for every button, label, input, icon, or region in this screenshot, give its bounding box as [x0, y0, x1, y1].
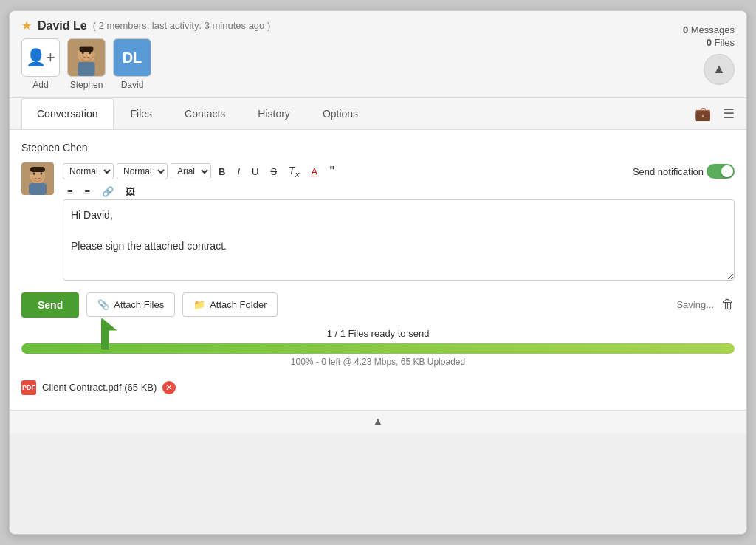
message-input[interactable]: Hi David, Please sign the attached contr…: [63, 199, 735, 281]
chevron-up-icon-bottom[interactable]: ▲: [372, 415, 384, 428]
add-person-icon: 👤+: [26, 49, 55, 66]
progress-section: 1 / 1 Files ready to send 100% - 0 left …: [21, 328, 735, 367]
toolbar-row2: ≡ ≡ 🔗 🖼: [63, 184, 735, 199]
svg-rect-3: [78, 62, 94, 76]
briefcase-icon[interactable]: 💼: [695, 106, 711, 122]
stephen-avatar: [67, 38, 106, 77]
ordered-list-button[interactable]: ≡: [63, 184, 78, 199]
file-name: Client Contract.pdf (65 KB): [42, 382, 157, 393]
header-right: 0 Messages 0 Files ▲: [683, 24, 735, 85]
link-button[interactable]: 🔗: [97, 184, 118, 199]
star-icon[interactable]: ★: [21, 18, 32, 32]
member-david[interactable]: DL David: [113, 38, 151, 90]
remove-file-button[interactable]: ✕: [162, 381, 176, 394]
send-notification-label: Send notification: [633, 166, 704, 177]
saving-text: Saving...: [676, 299, 714, 310]
chevron-up-icon: ▲: [712, 61, 726, 77]
files-ready-label: 1 / 1 Files ready to send: [21, 328, 735, 339]
tab-history[interactable]: History: [242, 98, 306, 129]
toggle-knob: [721, 165, 733, 177]
font-color-button[interactable]: A: [306, 164, 322, 179]
david-avatar: DL: [113, 38, 151, 77]
stephen-label: Stephen: [70, 80, 103, 90]
header-left: ★ David Le ( 2 members, last activity: 3…: [21, 18, 270, 90]
compose-row: Normal Normal Arial B I U S Tx A ": [21, 162, 735, 284]
bottom-bar: ▲: [10, 410, 746, 433]
quote-button[interactable]: ": [325, 162, 340, 180]
folder-icon: 📁: [193, 299, 205, 310]
tabs-list: Conversation Files Contacts History Opti…: [21, 98, 375, 129]
progress-detail: 100% - 0 left @ 4.23 Mbps, 65 KB Uploade…: [21, 357, 735, 367]
tab-files[interactable]: Files: [115, 98, 168, 129]
compose-editor: Normal Normal Arial B I U S Tx A ": [63, 162, 735, 284]
header-meta: ( 2 members, last activity: 3 minutes ag…: [93, 20, 271, 31]
compose-avatar: [21, 162, 54, 195]
svg-point-13: [33, 172, 35, 175]
svg-point-14: [41, 172, 43, 175]
progress-bar-fill: [21, 343, 735, 354]
bold-button[interactable]: B: [214, 164, 230, 179]
title-row: ★ David Le ( 2 members, last activity: 3…: [21, 18, 270, 32]
progress-bar-background: [21, 343, 735, 354]
tab-options[interactable]: Options: [307, 98, 374, 129]
svg-rect-15: [30, 167, 45, 172]
counts-panel: 0 Messages 0 Files: [683, 24, 735, 48]
attach-files-label: Attach Files: [114, 299, 164, 310]
format-select-2[interactable]: Normal: [117, 163, 168, 179]
member-add[interactable]: 👤+ Add: [21, 38, 60, 90]
svg-rect-11: [29, 183, 47, 195]
font-select[interactable]: Arial: [171, 163, 211, 179]
messages-count: 0: [683, 24, 688, 35]
files-count-row: 0 Files: [707, 37, 735, 48]
underline-button[interactable]: U: [247, 164, 263, 179]
strikethrough-button[interactable]: S: [266, 164, 281, 179]
collapse-button[interactable]: ▲: [704, 54, 735, 85]
send-button[interactable]: Send: [21, 292, 79, 318]
paperclip-icon: 📎: [97, 299, 109, 310]
header-panel: ★ David Le ( 2 members, last activity: 3…: [10, 11, 746, 98]
attach-folder-label: Attach Folder: [210, 299, 267, 310]
attach-folder-button[interactable]: 📁 Attach Folder: [182, 292, 278, 317]
messages-count-row: 0 Messages: [683, 24, 735, 35]
david-label: David: [121, 80, 144, 90]
attach-files-button[interactable]: 📎 Attach Files: [86, 292, 175, 317]
tabs-bar: Conversation Files Contacts History Opti…: [10, 98, 746, 130]
unordered-list-button[interactable]: ≡: [80, 184, 95, 199]
member-stephen[interactable]: Stephen: [67, 38, 106, 90]
trash-icon[interactable]: 🗑: [721, 297, 735, 312]
clear-format-button[interactable]: Tx: [284, 162, 303, 181]
members-row: 👤+ Add: [21, 38, 270, 90]
pdf-icon: PDF: [21, 380, 36, 395]
send-notification-toggle[interactable]: [707, 164, 735, 179]
tab-conversation[interactable]: Conversation: [21, 98, 114, 129]
file-row: PDF Client Contract.pdf (65 KB) ✕: [21, 377, 735, 398]
tabs-right: 💼 ☰: [695, 106, 735, 122]
send-row: Send 📎 Attach Files 📁 Attach Folder Savi…: [21, 292, 735, 318]
david-initials: DL: [123, 49, 142, 66]
image-button[interactable]: 🖼: [121, 184, 140, 199]
add-member-label: Add: [32, 80, 48, 90]
menu-icon[interactable]: ☰: [723, 106, 735, 122]
format-select-1[interactable]: Normal: [63, 163, 114, 179]
italic-button[interactable]: I: [233, 164, 244, 179]
toolbar-row1: Normal Normal Arial B I U S Tx A ": [63, 162, 735, 181]
sender-name: Stephen Chen: [21, 142, 735, 154]
svg-rect-7: [79, 47, 93, 52]
files-count: 0: [707, 37, 712, 48]
tab-contacts[interactable]: Contacts: [169, 98, 241, 129]
page-title: David Le: [38, 19, 87, 32]
add-member-avatar[interactable]: 👤+: [21, 38, 60, 77]
content-area: Stephen Chen: [10, 130, 746, 410]
